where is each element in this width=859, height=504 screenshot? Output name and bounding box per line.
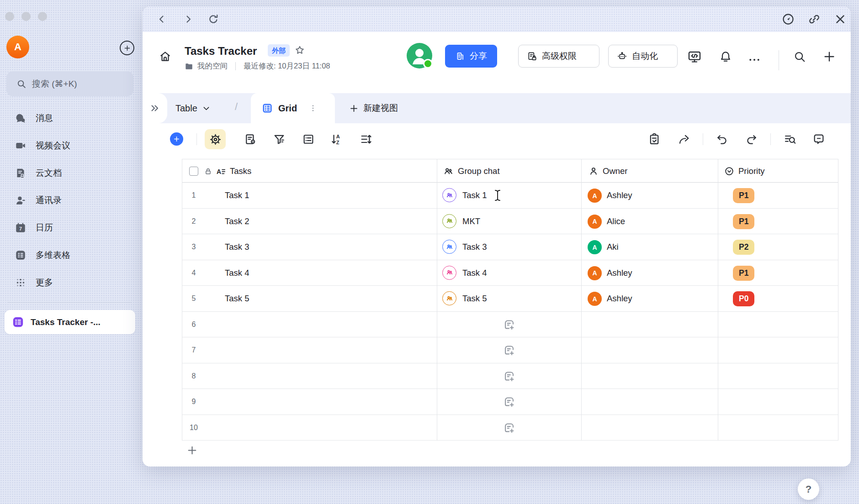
column-header-priority[interactable]: Priority: [724, 159, 765, 183]
add-workspace-button[interactable]: [120, 41, 134, 55]
create-group-chat-icon[interactable]: [503, 319, 515, 331]
create-group-chat-icon[interactable]: [503, 396, 515, 408]
table-row[interactable]: 2 Task 2 MKT A Alice P1: [182, 209, 838, 235]
share-button[interactable]: 分享: [445, 45, 497, 68]
more-actions-button[interactable]: [748, 53, 761, 67]
user-avatar[interactable]: A: [6, 36, 29, 58]
column-header-owner[interactable]: Owner: [589, 159, 628, 183]
nav-back-button[interactable]: [156, 14, 167, 25]
task-cell[interactable]: Task 2: [225, 209, 249, 235]
minimize-window-button[interactable]: [21, 12, 31, 21]
column-divider[interactable]: [437, 159, 437, 441]
breadcrumb[interactable]: 我的空间 最近修改: 10月23日 11:08: [185, 61, 330, 71]
favorite-star-button[interactable]: [294, 45, 305, 56]
sidebar-item-messages[interactable]: 消息: [6, 107, 133, 129]
task-cell[interactable]: Task 4: [225, 260, 249, 286]
browser-mode-button[interactable]: [781, 12, 795, 26]
row-height-button[interactable]: [360, 133, 372, 146]
form-button[interactable]: [244, 133, 257, 146]
table-row-empty[interactable]: 6: [182, 312, 838, 338]
close-window-button[interactable]: [5, 12, 14, 21]
priority-badge[interactable]: P2: [733, 240, 754, 255]
table-row-empty[interactable]: 9: [182, 389, 838, 415]
table-row[interactable]: 3 Task 3 Task 3 A Aki P2: [182, 234, 838, 260]
sidebar-item-calendar[interactable]: 7 日历: [6, 217, 133, 239]
add-row-button[interactable]: [186, 445, 198, 456]
new-view-button[interactable]: 新建视图: [349, 93, 398, 123]
row-number[interactable]: 3: [185, 234, 203, 260]
tab-grid-view[interactable]: Grid: [251, 93, 335, 123]
select-all-checkbox[interactable]: [189, 167, 198, 176]
row-number[interactable]: 2: [185, 209, 203, 235]
priority-badge[interactable]: P0: [733, 291, 754, 306]
redo-button[interactable]: [745, 133, 758, 146]
collaborator-avatar[interactable]: [407, 43, 432, 68]
window-controls[interactable]: [5, 12, 47, 21]
column-header-group-chat[interactable]: Group chat: [443, 159, 500, 183]
row-number[interactable]: 7: [185, 337, 203, 363]
search-input[interactable]: 搜索 (⌘+K): [6, 71, 133, 96]
table-row-empty[interactable]: 8: [182, 363, 838, 389]
undo-button[interactable]: [716, 133, 728, 146]
create-group-chat-icon[interactable]: [503, 422, 515, 434]
table-switcher[interactable]: Table: [175, 93, 211, 123]
row-number[interactable]: 9: [185, 389, 203, 415]
search-in-doc-button[interactable]: [793, 50, 806, 63]
owner-cell[interactable]: Ashley: [607, 183, 632, 209]
row-number[interactable]: 4: [185, 260, 203, 286]
sidebar-item-video-meeting[interactable]: 视频会议: [6, 135, 133, 157]
zoom-window-button[interactable]: [38, 12, 47, 21]
group-chat-cell[interactable]: Task 5: [462, 286, 487, 312]
sidebar-item-docs[interactable]: 云文档: [6, 162, 133, 184]
row-number[interactable]: 1: [185, 183, 203, 209]
column-divider[interactable]: [718, 159, 718, 441]
notifications-button[interactable]: [719, 50, 732, 63]
search-records-button[interactable]: [784, 133, 796, 146]
row-number[interactable]: 8: [185, 363, 203, 389]
group-button[interactable]: [302, 133, 315, 146]
record-templates-button[interactable]: [648, 133, 661, 146]
tab-more-icon[interactable]: [309, 104, 317, 112]
expand-catalog-button[interactable]: [143, 93, 167, 123]
sort-button[interactable]: AZ: [330, 133, 343, 146]
add-record-button[interactable]: [170, 132, 183, 146]
create-group-chat-icon[interactable]: [503, 370, 515, 383]
create-group-chat-icon[interactable]: [503, 344, 515, 357]
priority-badge[interactable]: P1: [733, 266, 754, 281]
column-divider[interactable]: [581, 159, 582, 441]
close-document-button[interactable]: [833, 12, 847, 26]
comments-button[interactable]: [812, 133, 825, 146]
sidebar-item-more[interactable]: 更多: [6, 272, 133, 294]
help-button[interactable]: ?: [798, 478, 819, 500]
sidebar-item-base[interactable]: 多维表格: [6, 244, 133, 266]
priority-badge[interactable]: P1: [733, 188, 754, 203]
table-row-empty[interactable]: 10: [182, 415, 838, 441]
priority-badge[interactable]: P1: [733, 214, 754, 229]
nav-forward-button[interactable]: [183, 14, 194, 25]
row-number[interactable]: 10: [185, 415, 203, 441]
filter-button[interactable]: [273, 133, 286, 146]
new-tab-button[interactable]: [822, 50, 836, 63]
table-row[interactable]: 1 Task 1 Task 1 A Ashley P1: [182, 183, 838, 209]
sidebar-item-tasks-tracker[interactable]: Tasks Tracker -...: [5, 310, 135, 334]
space-name[interactable]: 我的空间: [197, 61, 228, 71]
copy-link-button[interactable]: [807, 12, 821, 26]
column-header-tasks[interactable]: A Tasks: [204, 159, 251, 183]
owner-cell[interactable]: Ashley: [607, 260, 632, 286]
owner-cell[interactable]: Alice: [607, 209, 625, 235]
widget-button[interactable]: [687, 49, 702, 64]
group-chat-cell[interactable]: Task 1: [462, 183, 487, 209]
row-number[interactable]: 6: [185, 312, 203, 338]
reload-button[interactable]: [207, 13, 219, 25]
group-chat-cell[interactable]: MKT: [462, 209, 480, 235]
owner-cell[interactable]: Aki: [607, 234, 619, 260]
group-chat-cell[interactable]: Task 4: [462, 260, 487, 286]
task-cell[interactable]: Task 1: [225, 183, 249, 209]
home-button[interactable]: [159, 50, 171, 63]
owner-cell[interactable]: Ashley: [607, 286, 632, 312]
table-row-empty[interactable]: 7: [182, 337, 838, 363]
row-number[interactable]: 5: [185, 286, 203, 312]
table-row[interactable]: 4 Task 4 Task 4 A Ashley P1: [182, 260, 838, 286]
task-cell[interactable]: Task 3: [225, 234, 249, 260]
share-view-button[interactable]: [678, 133, 690, 146]
